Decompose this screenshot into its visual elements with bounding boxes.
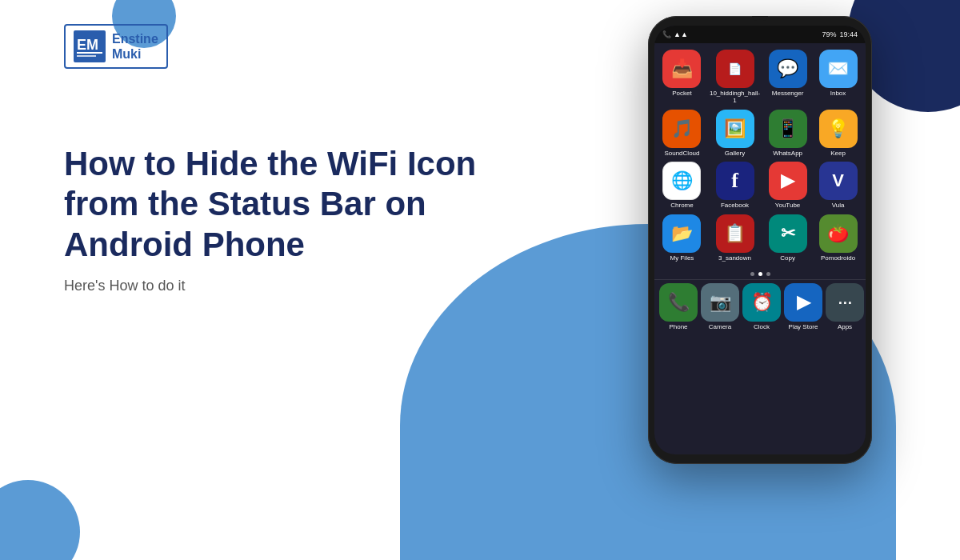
app-label-pomodroido: Pomodroido: [821, 255, 855, 262]
dock-apps[interactable]: ⋯ Apps: [826, 283, 864, 331]
app-pomodroido[interactable]: 🍅 Pomodroido: [815, 214, 861, 262]
logo-text: Enstine Muki: [112, 31, 158, 62]
app-vula[interactable]: V Vula: [815, 162, 861, 210]
dock-playstore[interactable]: ▶ Play Store: [784, 283, 822, 331]
logo-icon: EM: [74, 30, 106, 62]
signal-icon: ▲▲: [674, 30, 688, 38]
app-icon-facebook: f: [716, 162, 754, 200]
phone-frame: 📞 ▲▲ 79% 19:44 📥 Pocket 📄 10_hiddingh_ha…: [648, 16, 872, 464]
dock-label-clock: Clock: [754, 324, 770, 331]
app-icon-vula: V: [819, 162, 858, 200]
dot-2: [758, 272, 762, 276]
app-label-vula: Vula: [832, 202, 845, 210]
app-whatsapp[interactable]: 📱 WhatsApp: [765, 110, 810, 158]
app-icon-pomodroido: 🍅: [819, 214, 858, 253]
phone-notch: [752, 16, 768, 21]
app-label-pocket: Pocket: [672, 90, 691, 98]
dock-label-camera: Camera: [709, 324, 731, 331]
page-subtitle: Here's How to do it: [64, 278, 512, 294]
svg-text:EM: EM: [77, 37, 98, 53]
app-label-youtube: YouTube: [775, 202, 800, 210]
app-icon-sandown: 📋: [716, 214, 754, 253]
app-label-myfiles: My Files: [670, 255, 694, 262]
dock-icon-clock: ⏰: [742, 283, 781, 322]
app-label-copy: Copy: [780, 255, 795, 262]
phone-screen: 📞 ▲▲ 79% 19:44 📥 Pocket 📄 10_hiddingh_ha…: [654, 26, 866, 454]
app-icon-whatsapp: 📱: [769, 110, 807, 148]
app-soundcloud[interactable]: 🎵 SoundCloud: [659, 110, 705, 158]
app-icon-soundcloud: 🎵: [662, 110, 701, 148]
dock-clock[interactable]: ⏰ Clock: [742, 283, 781, 331]
app-icon-messenger: 💬: [769, 50, 807, 88]
status-left: 📞 ▲▲: [662, 30, 688, 38]
app-copy[interactable]: ✂ Copy: [765, 214, 810, 262]
app-icon-inbox: ✉️: [819, 50, 858, 88]
dock-label-phone: Phone: [669, 324, 687, 331]
app-sandown[interactable]: 📋 3_sandown: [710, 214, 760, 262]
app-icon-chrome: 🌐: [662, 162, 701, 200]
app-label-hiddingh: 10_hiddingh_hall-1: [710, 90, 760, 105]
dock-camera[interactable]: 📷 Camera: [701, 283, 739, 331]
status-right: 79% 19:44: [822, 30, 858, 38]
app-label-whatsapp: WhatsApp: [773, 150, 802, 158]
app-label-keep: Keep: [830, 150, 846, 158]
status-bar: 📞 ▲▲ 79% 19:44: [654, 26, 866, 43]
dot-3: [766, 272, 770, 276]
dock-label-apps: Apps: [838, 324, 852, 331]
dock-icon-apps: ⋯: [826, 283, 864, 322]
dock-icon-playstore: ▶: [784, 283, 822, 322]
app-label-sandown: 3_sandown: [718, 255, 751, 262]
bg-circle-bottom-left: [0, 480, 80, 560]
page-dots: [654, 269, 866, 279]
app-youtube[interactable]: ▶ YouTube: [765, 162, 810, 210]
app-myfiles[interactable]: 📂 My Files: [659, 214, 705, 262]
phone-mockup: 📞 ▲▲ 79% 19:44 📥 Pocket 📄 10_hiddingh_ha…: [648, 16, 872, 464]
app-icon-copy: ✂: [769, 214, 807, 253]
app-label-soundcloud: SoundCloud: [664, 150, 699, 158]
app-chrome[interactable]: 🌐 Chrome: [659, 162, 705, 210]
app-label-inbox: Inbox: [830, 90, 846, 98]
app-icon-hiddingh: 📄: [716, 50, 754, 88]
app-facebook[interactable]: f Facebook: [710, 162, 760, 210]
dock-phone[interactable]: 📞 Phone: [659, 283, 698, 331]
dock-icon-camera: 📷: [701, 283, 739, 322]
dock-icon-phone: 📞: [659, 283, 698, 322]
app-label-messenger: Messenger: [772, 90, 804, 98]
app-pocket[interactable]: 📥 Pocket: [659, 50, 705, 105]
app-messenger[interactable]: 💬 Messenger: [765, 50, 810, 105]
page-title: How to Hide the WiFi Icon from the Statu…: [64, 144, 512, 265]
battery-level: 79%: [822, 30, 836, 38]
app-icon-youtube: ▶: [769, 162, 807, 200]
app-inbox[interactable]: ✉️ Inbox: [815, 50, 861, 105]
dock-label-playstore: Play Store: [789, 324, 818, 331]
phone-icon: 📞: [662, 30, 671, 38]
app-hiddingh[interactable]: 📄 10_hiddingh_hall-1: [710, 50, 760, 105]
app-label-chrome: Chrome: [670, 202, 693, 210]
app-keep[interactable]: 💡 Keep: [815, 110, 861, 158]
app-label-facebook: Facebook: [721, 202, 749, 210]
content-area: How to Hide the WiFi Icon from the Statu…: [64, 144, 512, 294]
app-icon-myfiles: 📂: [662, 214, 701, 253]
app-label-gallery: Gallery: [725, 150, 745, 158]
phone-dock: 📞 Phone 📷 Camera ⏰ Clock ▶ Play Store ⋯: [654, 279, 866, 336]
dot-1: [750, 272, 754, 276]
app-icon-gallery: 🖼️: [716, 110, 754, 148]
logo[interactable]: EM Enstine Muki: [64, 24, 168, 69]
app-icon-pocket: 📥: [662, 50, 701, 88]
app-icon-keep: 💡: [819, 110, 858, 148]
status-time: 19:44: [839, 30, 858, 38]
app-grid: 📥 Pocket 📄 10_hiddingh_hall-1 💬 Messenge…: [654, 43, 866, 269]
app-gallery[interactable]: 🖼️ Gallery: [710, 110, 760, 158]
